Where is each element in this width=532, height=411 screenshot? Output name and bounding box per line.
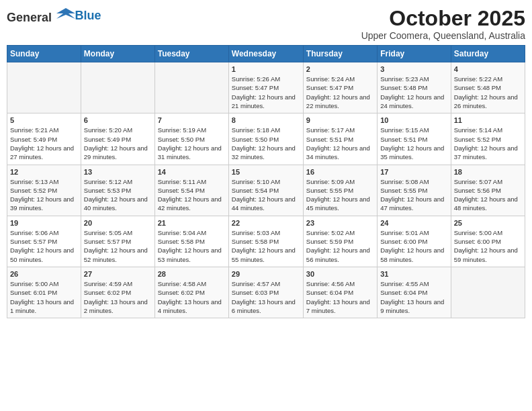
day-info: Sunrise: 5:05 AM Sunset: 5:57 PM Dayligh…	[84, 228, 152, 264]
day-number: 30	[306, 270, 374, 278]
calendar-week-2: 5Sunrise: 5:21 AM Sunset: 5:49 PM Daylig…	[7, 113, 525, 165]
day-info: Sunrise: 5:21 AM Sunset: 5:49 PM Dayligh…	[10, 126, 78, 161]
calendar-cell: 19Sunrise: 5:06 AM Sunset: 5:57 PM Dayli…	[7, 216, 81, 267]
day-number: 13	[84, 168, 152, 176]
day-info: Sunrise: 5:11 AM Sunset: 5:54 PM Dayligh…	[158, 177, 226, 213]
weekday-header-monday: Monday	[81, 46, 154, 62]
day-info: Sunrise: 5:19 AM Sunset: 5:50 PM Dayligh…	[158, 126, 226, 161]
calendar-cell: 28Sunrise: 4:58 AM Sunset: 6:02 PM Dayli…	[154, 267, 228, 318]
calendar-cell: 6Sunrise: 5:20 AM Sunset: 5:49 PM Daylig…	[81, 113, 154, 165]
weekday-header-friday: Friday	[378, 46, 451, 62]
weekday-header-thursday: Thursday	[303, 46, 377, 62]
calendar-cell: 21Sunrise: 5:04 AM Sunset: 5:58 PM Dayli…	[154, 216, 228, 267]
day-info: Sunrise: 5:08 AM Sunset: 5:55 PM Dayligh…	[380, 177, 447, 213]
calendar-cell: 26Sunrise: 5:00 AM Sunset: 6:01 PM Dayli…	[7, 267, 81, 318]
weekday-header-wednesday: Wednesday	[228, 46, 303, 62]
calendar-cell: 5Sunrise: 5:21 AM Sunset: 5:49 PM Daylig…	[7, 113, 81, 165]
day-number: 1	[232, 65, 300, 73]
day-number: 17	[380, 168, 447, 176]
day-info: Sunrise: 5:22 AM Sunset: 5:48 PM Dayligh…	[454, 75, 522, 110]
day-number: 10	[380, 116, 447, 124]
calendar-cell: 17Sunrise: 5:08 AM Sunset: 5:55 PM Dayli…	[378, 165, 451, 216]
day-number: 28	[158, 270, 226, 278]
calendar-cell	[7, 62, 81, 113]
svg-marker-0	[56, 8, 75, 19]
day-info: Sunrise: 5:13 AM Sunset: 5:52 PM Dayligh…	[10, 177, 78, 213]
calendar-cell: 24Sunrise: 5:01 AM Sunset: 6:00 PM Dayli…	[378, 216, 451, 267]
calendar-cell: 14Sunrise: 5:11 AM Sunset: 5:54 PM Dayli…	[154, 165, 228, 216]
day-info: Sunrise: 5:24 AM Sunset: 5:47 PM Dayligh…	[306, 75, 374, 110]
calendar-cell	[81, 62, 154, 113]
logo-bird-icon	[56, 7, 75, 21]
location-title: Upper Coomera, Queensland, Australia	[361, 30, 525, 41]
calendar-cell: 12Sunrise: 5:13 AM Sunset: 5:52 PM Dayli…	[7, 165, 81, 216]
day-number: 6	[84, 116, 152, 124]
day-info: Sunrise: 5:14 AM Sunset: 5:52 PM Dayligh…	[454, 126, 522, 161]
day-number: 20	[84, 219, 152, 227]
calendar-cell: 3Sunrise: 5:23 AM Sunset: 5:48 PM Daylig…	[378, 62, 451, 113]
weekday-header-saturday: Saturday	[451, 46, 525, 62]
day-number: 16	[306, 168, 374, 176]
logo: General Blue	[7, 7, 101, 25]
day-info: Sunrise: 5:17 AM Sunset: 5:51 PM Dayligh…	[306, 126, 374, 161]
day-number: 24	[380, 219, 447, 227]
day-number: 3	[380, 65, 447, 73]
calendar-cell: 1Sunrise: 5:26 AM Sunset: 5:47 PM Daylig…	[228, 62, 303, 113]
day-info: Sunrise: 5:12 AM Sunset: 5:53 PM Dayligh…	[84, 177, 152, 213]
calendar-header-row: SundayMondayTuesdayWednesdayThursdayFrid…	[7, 46, 525, 62]
day-info: Sunrise: 5:03 AM Sunset: 5:58 PM Dayligh…	[232, 228, 300, 264]
logo-text-general: General	[7, 11, 52, 24]
calendar-cell: 13Sunrise: 5:12 AM Sunset: 5:53 PM Dayli…	[81, 165, 154, 216]
day-number: 31	[380, 270, 447, 278]
day-number: 29	[232, 270, 300, 278]
day-info: Sunrise: 5:07 AM Sunset: 5:56 PM Dayligh…	[454, 177, 522, 213]
day-info: Sunrise: 5:04 AM Sunset: 5:58 PM Dayligh…	[158, 228, 226, 264]
day-info: Sunrise: 5:01 AM Sunset: 6:00 PM Dayligh…	[380, 228, 447, 264]
calendar-cell: 23Sunrise: 5:02 AM Sunset: 5:59 PM Dayli…	[303, 216, 377, 267]
day-info: Sunrise: 5:15 AM Sunset: 5:51 PM Dayligh…	[380, 126, 447, 161]
day-info: Sunrise: 5:00 AM Sunset: 6:01 PM Dayligh…	[10, 279, 78, 315]
calendar-week-3: 12Sunrise: 5:13 AM Sunset: 5:52 PM Dayli…	[7, 165, 525, 216]
day-number: 26	[10, 270, 78, 278]
day-info: Sunrise: 4:58 AM Sunset: 6:02 PM Dayligh…	[158, 279, 226, 315]
calendar-cell: 9Sunrise: 5:17 AM Sunset: 5:51 PM Daylig…	[303, 113, 377, 165]
calendar-cell: 18Sunrise: 5:07 AM Sunset: 5:56 PM Dayli…	[451, 165, 525, 216]
calendar-cell: 4Sunrise: 5:22 AM Sunset: 5:48 PM Daylig…	[451, 62, 525, 113]
day-number: 25	[454, 219, 522, 227]
day-number: 21	[158, 219, 226, 227]
day-info: Sunrise: 5:09 AM Sunset: 5:55 PM Dayligh…	[306, 177, 374, 213]
calendar-week-4: 19Sunrise: 5:06 AM Sunset: 5:57 PM Dayli…	[7, 216, 525, 267]
day-number: 9	[306, 116, 374, 124]
calendar-cell: 30Sunrise: 4:56 AM Sunset: 6:04 PM Dayli…	[303, 267, 377, 318]
calendar-cell: 20Sunrise: 5:05 AM Sunset: 5:57 PM Dayli…	[81, 216, 154, 267]
day-info: Sunrise: 5:18 AM Sunset: 5:50 PM Dayligh…	[232, 126, 300, 161]
day-info: Sunrise: 4:56 AM Sunset: 6:04 PM Dayligh…	[306, 279, 374, 315]
calendar-week-1: 1Sunrise: 5:26 AM Sunset: 5:47 PM Daylig…	[7, 62, 525, 113]
calendar-cell: 29Sunrise: 4:57 AM Sunset: 6:03 PM Dayli…	[228, 267, 303, 318]
day-number: 23	[306, 219, 374, 227]
day-number: 8	[232, 116, 300, 124]
day-number: 5	[10, 116, 78, 124]
day-number: 27	[84, 270, 152, 278]
title-block: October 2025 Upper Coomera, Queensland, …	[361, 7, 525, 41]
calendar-cell: 27Sunrise: 4:59 AM Sunset: 6:02 PM Dayli…	[81, 267, 154, 318]
day-number: 15	[232, 168, 300, 176]
day-number: 22	[232, 219, 300, 227]
day-info: Sunrise: 4:59 AM Sunset: 6:02 PM Dayligh…	[84, 279, 152, 315]
calendar-cell: 15Sunrise: 5:10 AM Sunset: 5:54 PM Dayli…	[228, 165, 303, 216]
day-number: 19	[10, 219, 78, 227]
calendar-table: SundayMondayTuesdayWednesdayThursdayFrid…	[7, 45, 525, 318]
calendar-cell: 22Sunrise: 5:03 AM Sunset: 5:58 PM Dayli…	[228, 216, 303, 267]
weekday-header-sunday: Sunday	[7, 46, 81, 62]
day-number: 2	[306, 65, 374, 73]
day-info: Sunrise: 5:26 AM Sunset: 5:47 PM Dayligh…	[232, 75, 300, 110]
day-number: 18	[454, 168, 522, 176]
calendar-cell: 16Sunrise: 5:09 AM Sunset: 5:55 PM Dayli…	[303, 165, 377, 216]
calendar-cell	[451, 267, 525, 318]
calendar-cell: 7Sunrise: 5:19 AM Sunset: 5:50 PM Daylig…	[154, 113, 228, 165]
calendar-cell: 8Sunrise: 5:18 AM Sunset: 5:50 PM Daylig…	[228, 113, 303, 165]
calendar-cell	[154, 62, 228, 113]
calendar-cell: 2Sunrise: 5:24 AM Sunset: 5:47 PM Daylig…	[303, 62, 377, 113]
calendar-cell: 31Sunrise: 4:55 AM Sunset: 6:04 PM Dayli…	[378, 267, 451, 318]
calendar-cell: 11Sunrise: 5:14 AM Sunset: 5:52 PM Dayli…	[451, 113, 525, 165]
